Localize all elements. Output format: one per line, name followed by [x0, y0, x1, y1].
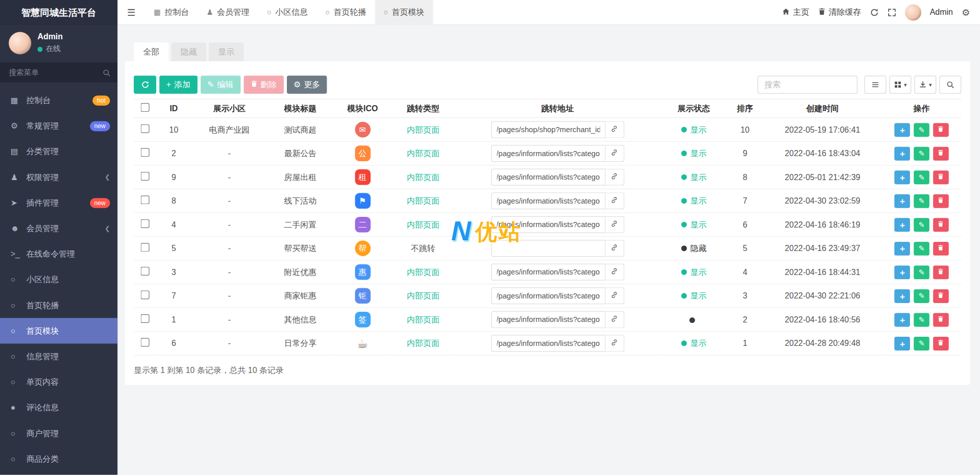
row-add-button[interactable]: + — [895, 241, 911, 255]
link-button[interactable] — [605, 264, 624, 281]
row-checkbox[interactable] — [141, 124, 150, 133]
filter-tab[interactable]: 隐藏 — [172, 42, 207, 61]
filter-tab[interactable]: 全部 — [134, 42, 169, 61]
refresh-icon[interactable] — [870, 8, 878, 16]
row-checkbox[interactable] — [141, 267, 150, 276]
row-edit-button[interactable]: ✎ — [914, 170, 929, 184]
row-delete-button[interactable] — [933, 218, 949, 232]
link-button[interactable] — [605, 169, 624, 186]
column-header[interactable]: 创建时间 — [763, 99, 882, 118]
row-edit-button[interactable]: ✎ — [914, 194, 929, 208]
row-checkbox[interactable] — [141, 243, 150, 252]
row-add-button[interactable]: + — [895, 123, 911, 137]
row-delete-button[interactable] — [933, 265, 949, 279]
jump-url-input[interactable] — [491, 311, 605, 328]
column-header[interactable]: 排序 — [727, 99, 763, 118]
more-button[interactable]: ⚙ 更多 — [286, 76, 327, 94]
sidebar-item[interactable]: ⚙ 常规管理 new — [0, 113, 117, 139]
sidebar-item[interactable]: ▤ 分类管理 — [0, 139, 117, 164]
delete-button[interactable]: 删除 — [243, 76, 283, 94]
link-button[interactable] — [605, 121, 624, 138]
toggle-search-view-button[interactable] — [864, 76, 886, 94]
admin-menu[interactable]: Admin — [930, 8, 953, 17]
sidebar-item[interactable]: ○ 信息管理 — [0, 343, 117, 369]
column-header[interactable]: 模块标题 — [267, 99, 333, 118]
topbar-tab[interactable]: ○ 首页模块 — [375, 0, 433, 24]
admin-avatar[interactable] — [905, 4, 921, 20]
jump-url-input[interactable] — [491, 264, 605, 281]
jump-url-input[interactable] — [491, 240, 605, 257]
link-button[interactable] — [605, 216, 624, 233]
row-checkbox[interactable] — [141, 172, 150, 181]
link-button[interactable] — [605, 192, 624, 209]
export-dropdown-button[interactable]: ▾ — [914, 76, 936, 94]
row-edit-button[interactable]: ✎ — [914, 336, 929, 350]
filter-tab[interactable]: 显示 — [209, 42, 244, 61]
sidebar-item[interactable]: ○ 首页轮播 — [0, 292, 117, 318]
row-delete-button[interactable] — [933, 170, 949, 184]
jump-url-input[interactable] — [491, 287, 605, 304]
link-button[interactable] — [605, 240, 624, 257]
columns-dropdown-button[interactable]: ▾ — [889, 76, 911, 94]
jump-url-input[interactable] — [491, 216, 605, 233]
row-checkbox[interactable] — [141, 338, 150, 346]
link-button[interactable] — [605, 287, 624, 304]
row-add-button[interactable]: + — [895, 265, 911, 279]
topbar-tab[interactable]: ○ 小区信息 — [258, 0, 316, 24]
column-header[interactable]: 跳转类型 — [392, 99, 454, 118]
jump-url-input[interactable] — [491, 335, 605, 352]
row-add-button[interactable]: + — [895, 336, 911, 350]
column-header[interactable]: ID — [156, 99, 191, 118]
link-button[interactable] — [605, 311, 624, 328]
table-search-input[interactable] — [757, 76, 857, 94]
link-button[interactable] — [605, 145, 624, 162]
row-delete-button[interactable] — [933, 336, 949, 350]
row-add-button[interactable]: + — [895, 170, 911, 184]
sidebar-item[interactable]: ○ 商品分类 — [0, 446, 117, 471]
row-checkbox[interactable] — [141, 290, 150, 299]
sidebar-item[interactable]: ☻ 会员管理 ❮ — [0, 215, 117, 241]
row-delete-button[interactable] — [933, 123, 949, 137]
menu-search-input[interactable] — [0, 62, 117, 82]
refresh-button[interactable] — [134, 76, 156, 94]
settings-gear-icon[interactable]: ⚙ — [962, 7, 970, 18]
search-toggle-button[interactable] — [939, 76, 961, 94]
sidebar-item[interactable]: ● 评论信息 — [0, 395, 117, 420]
column-header[interactable]: 展示小区 — [191, 99, 267, 118]
row-edit-button[interactable]: ✎ — [914, 265, 929, 279]
row-add-button[interactable]: + — [895, 313, 911, 327]
row-edit-button[interactable]: ✎ — [914, 241, 929, 255]
home-link[interactable]: 主页 — [781, 7, 809, 18]
sidebar-item[interactable]: ♟ 权限管理 ❮ — [0, 164, 117, 190]
column-header[interactable]: 操作 — [882, 99, 962, 118]
select-all-checkbox[interactable] — [141, 103, 150, 112]
row-add-button[interactable]: + — [895, 218, 911, 232]
row-delete-button[interactable] — [933, 241, 949, 255]
row-checkbox[interactable] — [141, 314, 150, 323]
row-delete-button[interactable] — [933, 194, 949, 208]
row-delete-button[interactable] — [933, 313, 949, 327]
jump-url-input[interactable] — [491, 192, 605, 209]
add-button[interactable]: + 添加 — [159, 76, 197, 94]
column-header[interactable]: 模块ICO — [333, 99, 392, 118]
topbar-tab[interactable]: ▦ 控制台 — [145, 0, 198, 24]
sidebar-item[interactable]: ○ 首页模块 — [0, 318, 117, 343]
jump-url-input[interactable] — [491, 121, 605, 138]
row-checkbox[interactable] — [141, 195, 150, 204]
jump-url-input[interactable] — [491, 145, 605, 162]
row-add-button[interactable]: + — [895, 289, 911, 303]
row-edit-button[interactable]: ✎ — [914, 123, 929, 137]
sidebar-item[interactable]: ○ 小区信息 — [0, 267, 117, 292]
row-edit-button[interactable]: ✎ — [914, 146, 929, 160]
topbar-tab[interactable]: ♟ 会员管理 — [198, 0, 258, 24]
row-delete-button[interactable] — [933, 289, 949, 303]
link-button[interactable] — [605, 335, 624, 352]
clear-cache-button[interactable]: 清除缓存 — [818, 7, 861, 18]
row-checkbox[interactable] — [141, 148, 150, 157]
sidebar-toggle-button[interactable]: ☰ — [117, 0, 145, 24]
row-add-button[interactable]: + — [895, 194, 911, 208]
row-delete-button[interactable] — [933, 146, 949, 160]
sidebar-item[interactable]: ▦ 控制台 hot — [0, 87, 117, 113]
sidebar-item[interactable]: >_ 在线命令管理 — [0, 241, 117, 267]
sidebar-item[interactable]: ○ 商户管理 — [0, 420, 117, 446]
